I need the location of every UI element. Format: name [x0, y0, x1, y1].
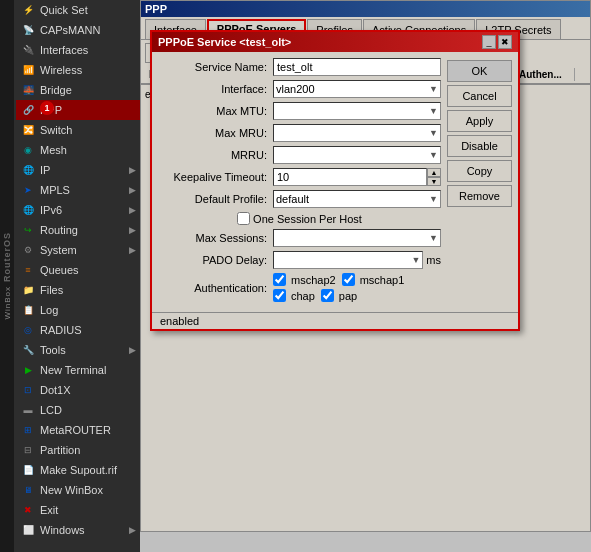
service-name-input[interactable]: [273, 58, 441, 76]
pado-delay-select[interactable]: ▼: [273, 251, 423, 269]
metarouter-icon: ⊞: [20, 423, 36, 437]
copy-button[interactable]: Copy: [447, 160, 512, 182]
routing-icon: ↪: [20, 223, 36, 237]
default-profile-value: default: [276, 193, 309, 205]
sidebar-item-wireless[interactable]: 📶Wireless: [16, 60, 140, 80]
ppp-icon: 🔗: [20, 103, 36, 117]
dot1x-icon: ⊡: [20, 383, 36, 397]
sidebar-item-capsman[interactable]: 📡CAPsMANN: [16, 20, 140, 40]
max-mru-select[interactable]: ▼: [273, 124, 441, 142]
disable-button[interactable]: Disable: [447, 135, 512, 157]
ppp-titlebar: PPP: [141, 1, 590, 17]
max-mtu-label: Max MTU:: [158, 105, 273, 117]
auth-mschap1-checkbox[interactable]: [342, 273, 355, 286]
max-mtu-select[interactable]: ▼: [273, 102, 441, 120]
auth-mschap1-item: mschap1: [342, 273, 405, 286]
max-mru-label: Max MRU:: [158, 127, 273, 139]
pado-delay-row: PADO Delay: ▼ ms: [158, 251, 441, 269]
auth-pap-checkbox[interactable]: [321, 289, 334, 302]
main-area: PPP InterfacePPPoE ServersProfilesActive…: [140, 0, 591, 552]
keepalive-up-button[interactable]: ▲: [427, 168, 441, 177]
pado-delay-arrow-icon: ▼: [411, 255, 420, 265]
sidebar-item-radius[interactable]: ◎RADIUS: [16, 320, 140, 340]
sidebar-label-ipv6: IPv6: [40, 204, 129, 216]
pado-delay-suffix: ms: [426, 254, 441, 266]
auth-mschap2-label: mschap2: [291, 274, 336, 286]
sidebar-item-quick-set[interactable]: ⚡Quick Set: [16, 0, 140, 20]
max-sessions-select[interactable]: ▼: [273, 229, 441, 247]
sidebar-label-dot1x: Dot1X: [40, 384, 136, 396]
routing-arrow-icon: ▶: [129, 225, 136, 235]
tools-arrow-icon: ▶: [129, 345, 136, 355]
sidebar-label-radius: RADIUS: [40, 324, 136, 336]
sidebar-item-make-supout[interactable]: 📄Make Supout.rif: [16, 460, 140, 480]
one-session-checkbox[interactable]: [237, 212, 250, 225]
auth-pap-label: pap: [339, 290, 357, 302]
max-mru-row: Max MRU: ▼: [158, 124, 441, 142]
sidebar-item-tools[interactable]: 🔧Tools▶: [16, 340, 140, 360]
auth-chap-checkbox[interactable]: [273, 289, 286, 302]
sidebar-item-ppp[interactable]: 1🔗PPP: [16, 100, 140, 120]
new-terminal-icon: ▶: [20, 363, 36, 377]
apply-button[interactable]: Apply: [447, 110, 512, 132]
cancel-button[interactable]: Cancel: [447, 85, 512, 107]
sidebar-label-interfaces: Interfaces: [40, 44, 136, 56]
sidebar-nav: ⚡Quick Set📡CAPsMANN🔌Interfaces📶Wireless🌉…: [16, 0, 140, 552]
default-profile-select[interactable]: default ▼: [273, 190, 441, 208]
mrru-select[interactable]: ▼: [273, 146, 441, 164]
queues-icon: ≡: [20, 263, 36, 277]
sidebar-item-log[interactable]: 📋Log: [16, 300, 140, 320]
sidebar-item-metarouter[interactable]: ⊞MetaROUTER: [16, 420, 140, 440]
sidebar-item-queues[interactable]: ≡Queues: [16, 260, 140, 280]
sidebar-item-partition[interactable]: ⊟Partition: [16, 440, 140, 460]
sidebar-item-ip[interactable]: 🌐IP▶: [16, 160, 140, 180]
sidebar-item-new-winbox[interactable]: 🖥New WinBox: [16, 480, 140, 500]
pado-delay-label: PADO Delay:: [158, 254, 273, 266]
sidebar-item-bridge[interactable]: 🌉Bridge: [16, 80, 140, 100]
sidebar-item-files[interactable]: 📁Files: [16, 280, 140, 300]
sidebar-item-mpls[interactable]: ➤MPLS▶: [16, 180, 140, 200]
max-sessions-row: Max Sessions: ▼: [158, 229, 441, 247]
interfaces-icon: 🔌: [20, 43, 36, 57]
ok-button[interactable]: OK: [447, 60, 512, 82]
lcd-icon: ▬: [20, 403, 36, 417]
dialog-body: Service Name: Interface: vlan200 ▼ Max M…: [152, 52, 518, 312]
exit-icon: ✖: [20, 503, 36, 517]
auth-mschap2-checkbox[interactable]: [273, 273, 286, 286]
sidebar-label-ip: IP: [40, 164, 129, 176]
dialog-titlebar-buttons: _ ✖: [482, 35, 512, 49]
sidebar-label-files: Files: [40, 284, 136, 296]
keepalive-down-button[interactable]: ▼: [427, 177, 441, 186]
sidebar: RouterOS WinBox ⚡Quick Set📡CAPsMANN🔌Inte…: [0, 0, 140, 552]
sidebar-item-interfaces[interactable]: 🔌Interfaces: [16, 40, 140, 60]
dialog-actions: OK Cancel Apply Disable Copy Remove: [447, 58, 512, 306]
sidebar-item-exit[interactable]: ✖Exit: [16, 500, 140, 520]
dialog-minimize-button[interactable]: _: [482, 35, 496, 49]
max-sessions-arrow-icon: ▼: [429, 233, 438, 243]
one-session-label: One Session Per Host: [253, 213, 362, 225]
keepalive-input[interactable]: [273, 168, 427, 186]
max-mru-arrow-icon: ▼: [429, 128, 438, 138]
dialog-close-button[interactable]: ✖: [498, 35, 512, 49]
sidebar-item-switch[interactable]: 🔀Switch: [16, 120, 140, 140]
sidebar-item-system[interactable]: ⚙System▶: [16, 240, 140, 260]
sidebar-label-tools: Tools: [40, 344, 129, 356]
sidebar-item-mesh[interactable]: ◉Mesh: [16, 140, 140, 160]
sidebar-item-lcd[interactable]: ▬LCD: [16, 400, 140, 420]
quick-set-icon: ⚡: [20, 3, 36, 17]
default-profile-row: Default Profile: default ▼: [158, 190, 441, 208]
sidebar-item-routing[interactable]: ↪Routing▶: [16, 220, 140, 240]
sidebar-item-windows[interactable]: ⬜Windows▶: [16, 520, 140, 540]
authentication-label: Authentication:: [158, 282, 273, 294]
sidebar-item-new-terminal[interactable]: ▶New Terminal: [16, 360, 140, 380]
auth-chap-item: chap: [273, 289, 315, 302]
dialog-title: PPPoE Service <test_olt>: [158, 36, 291, 48]
max-mtu-row: Max MTU: ▼: [158, 102, 441, 120]
sidebar-label-capsman: CAPsMANN: [40, 24, 136, 36]
sidebar-item-ipv6[interactable]: 🌐IPv6▶: [16, 200, 140, 220]
remove-button[interactable]: Remove: [447, 185, 512, 207]
sidebar-item-dot1x[interactable]: ⊡Dot1X: [16, 380, 140, 400]
sidebar-label-bridge: Bridge: [40, 84, 136, 96]
interface-select[interactable]: vlan200 ▼: [273, 80, 441, 98]
keepalive-row: Keepalive Timeout: ▲ ▼: [158, 168, 441, 186]
